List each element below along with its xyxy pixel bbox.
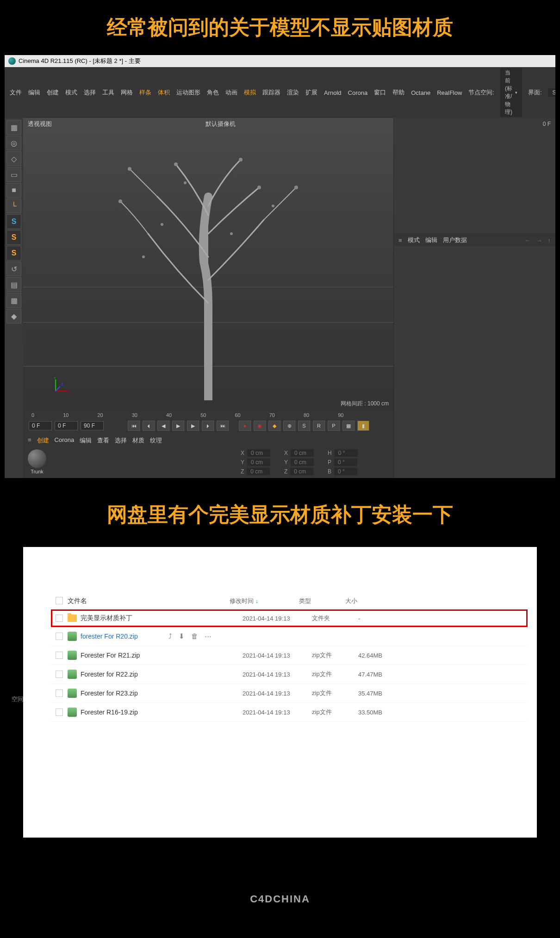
menu-item[interactable]: 帮助 <box>389 87 408 98</box>
scale-key-button[interactable]: S <box>298 421 310 431</box>
more-icon[interactable]: ⋯ <box>205 632 212 640</box>
file-checkbox[interactable] <box>56 633 63 640</box>
tool-button[interactable]: S <box>6 246 21 261</box>
interface-dropdown[interactable]: Standard <box>548 88 555 97</box>
menu-item[interactable]: 模式 <box>62 87 81 98</box>
coord-input[interactable]: 0 cm <box>291 459 314 466</box>
menu-item[interactable]: 角色 <box>204 87 222 98</box>
play-button[interactable]: ▶ <box>172 421 184 431</box>
menu-item[interactable]: 渲染 <box>284 87 302 98</box>
node-space-dropdown[interactable]: 当前 (标准/物理) <box>500 68 522 117</box>
coord-input[interactable]: 0 cm <box>247 459 270 466</box>
record-button[interactable]: ● <box>239 421 251 431</box>
delete-icon[interactable]: 🗑 <box>191 632 198 640</box>
matmgr-menu-item[interactable]: 材质 <box>132 436 144 445</box>
matmgr-menu-item[interactable]: 查看 <box>97 436 109 445</box>
header-name[interactable]: 文件名 <box>68 597 230 605</box>
menu-item[interactable]: RealFlow <box>434 88 465 98</box>
file-row[interactable]: Forester R16-19.zip2021-04-14 19:13zip文件… <box>51 703 528 722</box>
hamburger-icon[interactable]: ≡ <box>28 436 31 445</box>
matmgr-menu-item[interactable]: 编辑 <box>80 436 92 445</box>
nav-back-icon[interactable]: ← <box>525 237 531 244</box>
file-checkbox[interactable] <box>56 652 63 659</box>
menu-item[interactable]: 体积 <box>155 87 173 98</box>
rot-key-button[interactable]: R <box>313 421 325 431</box>
file-checkbox[interactable] <box>56 690 63 697</box>
nav-up-icon[interactable]: ↑ <box>548 237 551 244</box>
matmgr-menu-item[interactable]: 选择 <box>115 436 127 445</box>
menu-item[interactable]: 文件 <box>6 87 25 98</box>
file-checkbox[interactable] <box>56 615 63 622</box>
download-icon[interactable]: ⬇ <box>179 632 185 640</box>
coord-input[interactable]: 0 ° <box>334 459 357 466</box>
prev-key-button[interactable]: ⏴ <box>143 421 155 431</box>
viewport[interactable]: 透视视图 默认摄像机 <box>23 118 393 410</box>
goto-end-button[interactable]: ⏭ <box>217 421 229 431</box>
menu-item[interactable]: Arnold <box>321 88 345 98</box>
coord-input[interactable]: 0 cm <box>290 468 313 475</box>
menu-item[interactable]: 动画 <box>222 87 241 98</box>
coord-input[interactable]: 0 ° <box>335 449 358 457</box>
tool-button[interactable]: ▦ <box>6 120 21 135</box>
file-row[interactable]: forester For R20.zip⤴⬇🗑⋯ <box>51 627 528 646</box>
tab-mode[interactable]: 模式 <box>408 236 420 244</box>
frame-end-input[interactable] <box>81 421 104 430</box>
prev-frame-button[interactable]: ◀ <box>157 421 169 431</box>
menu-item[interactable]: 跟踪器 <box>259 87 284 98</box>
tool-button[interactable]: S <box>6 230 21 245</box>
file-row[interactable]: Forester for R22.zip2021-04-14 19:13zip文… <box>51 665 528 684</box>
tool-button[interactable]: ↺ <box>6 261 21 276</box>
header-size[interactable]: 大小 <box>345 597 392 605</box>
matmgr-menu-item[interactable]: 纹理 <box>150 436 162 445</box>
menu-item[interactable]: 编辑 <box>25 87 44 98</box>
menu-item[interactable]: 网格 <box>118 87 136 98</box>
share-icon[interactable]: ⤴ <box>168 632 172 640</box>
tool-button[interactable]: ◇ <box>6 151 21 166</box>
fcurve-button[interactable]: ▮ <box>357 421 369 431</box>
menu-item[interactable]: 样条 <box>136 87 155 98</box>
header-mtime[interactable]: 修改时间 ↓ <box>230 597 299 605</box>
coord-input[interactable]: 0 cm <box>291 449 314 457</box>
file-checkbox[interactable] <box>56 671 63 678</box>
goto-start-button[interactable]: ⏮ <box>128 421 140 431</box>
select-all-checkbox[interactable] <box>56 597 63 604</box>
pos-key-button[interactable]: ⊕ <box>283 421 295 431</box>
header-type[interactable]: 类型 <box>299 597 345 605</box>
param-key-button[interactable]: P <box>328 421 340 431</box>
tool-button[interactable]: ■ <box>6 183 21 198</box>
menu-item[interactable]: 选择 <box>81 87 99 98</box>
next-frame-button[interactable]: ▶ <box>187 421 199 431</box>
autokey-button[interactable]: ◉ <box>254 421 266 431</box>
file-row[interactable]: Forester for R23.zip2021-04-14 19:13zip文… <box>51 684 528 703</box>
next-key-button[interactable]: ⏵ <box>202 421 214 431</box>
coord-input[interactable]: 0 cm <box>247 449 270 457</box>
file-checkbox[interactable] <box>56 708 63 716</box>
menu-item[interactable]: 运动图形 <box>173 87 204 98</box>
attribute-manager[interactable] <box>394 246 555 478</box>
frame-cur-input[interactable] <box>55 421 78 430</box>
menu-item[interactable]: 扩展 <box>302 87 321 98</box>
matmgr-menu-item[interactable]: Corona <box>55 436 75 445</box>
menu-item[interactable]: 窗口 <box>371 87 389 98</box>
tab-userdata[interactable]: 用户数据 <box>443 236 467 244</box>
tool-button[interactable]: ▤ <box>6 277 21 292</box>
menu-item[interactable]: 工具 <box>99 87 118 98</box>
tool-button[interactable]: ◆ <box>6 309 21 323</box>
nav-fwd-icon[interactable]: → <box>536 237 542 244</box>
coord-input[interactable]: 0 cm <box>247 468 270 475</box>
dopesheet-button[interactable]: ▦ <box>342 421 355 431</box>
object-manager[interactable]: 0 F <box>394 118 555 234</box>
tab-edit[interactable]: 编辑 <box>425 236 437 244</box>
menu-item[interactable]: 模拟 <box>241 87 259 98</box>
timeline-ruler[interactable]: 0102030405060708090 <box>27 411 390 419</box>
frame-start-input[interactable] <box>29 421 52 430</box>
tool-button[interactable]: ◎ <box>6 136 21 150</box>
tool-button[interactable]: └ <box>6 199 21 213</box>
tool-button[interactable]: S <box>6 214 21 229</box>
matmgr-menu-item[interactable]: 创建 <box>37 436 49 445</box>
keyframe-sel-button[interactable]: ◆ <box>268 421 280 431</box>
file-row[interactable]: Forester For R21.zip2021-04-14 19:13zip文… <box>51 646 528 665</box>
menu-item[interactable]: 创建 <box>44 87 62 98</box>
hamburger-icon[interactable]: ≡ <box>398 237 402 244</box>
menu-item[interactable]: Octane <box>408 88 434 98</box>
